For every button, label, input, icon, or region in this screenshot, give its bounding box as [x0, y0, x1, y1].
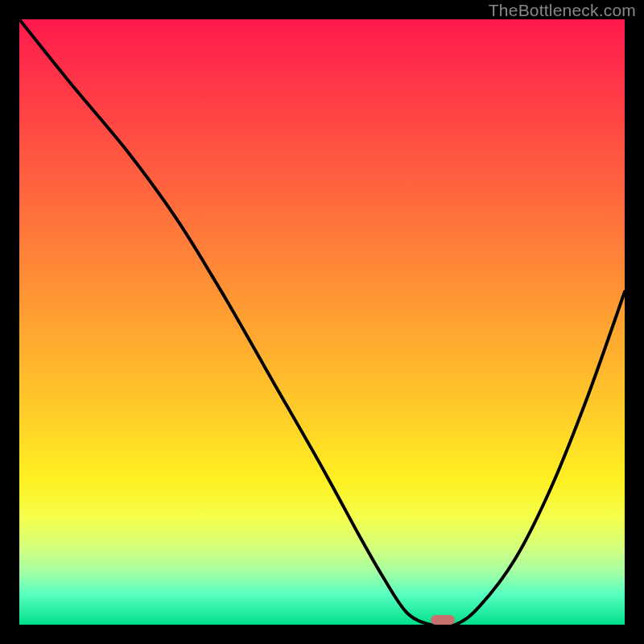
- chart-frame: TheBottleneck.com: [0, 0, 644, 644]
- bottleneck-curve: [19, 19, 625, 625]
- watermark-label: TheBottleneck.com: [489, 1, 636, 20]
- optimal-marker: [431, 615, 455, 625]
- plot-area: [19, 19, 625, 625]
